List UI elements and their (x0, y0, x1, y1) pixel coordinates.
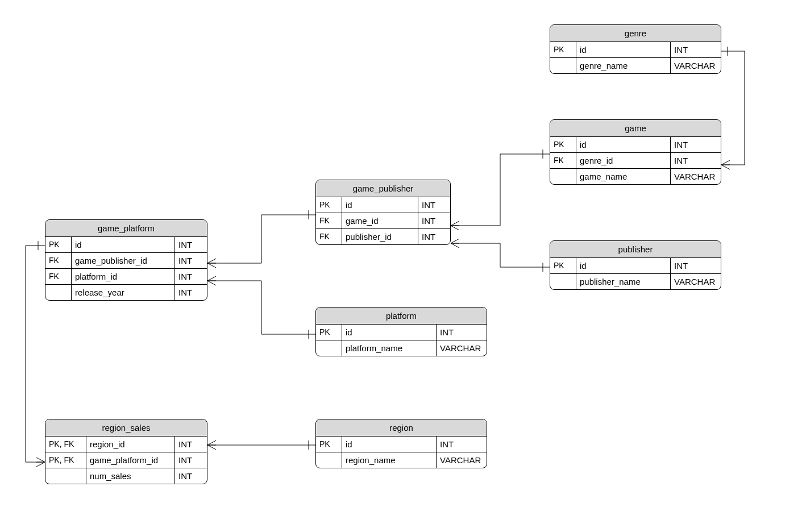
col-type: INT (671, 258, 721, 273)
table-row: PK, FK region_id INT (45, 437, 207, 452)
col-type: INT (418, 229, 450, 244)
entity-game: game PK id INT FK genre_id INT game_name… (550, 119, 721, 185)
col-type: INT (175, 269, 207, 284)
col-type: VARCHAR (437, 452, 487, 468)
col-type: VARCHAR (671, 58, 721, 73)
entity-title: game_publisher (316, 180, 450, 197)
col-type: VARCHAR (671, 169, 721, 184)
entity-genre: genre PK id INT genre_name VARCHAR (550, 24, 721, 74)
rel-regionsales-region (207, 440, 315, 450)
col-type: INT (437, 325, 487, 340)
col-name: genre_name (576, 58, 671, 73)
col-key: FK (45, 269, 72, 284)
col-key (550, 169, 576, 184)
entity-region: region PK id INT region_name VARCHAR (315, 419, 487, 468)
col-key: FK (550, 153, 576, 168)
col-name: id (342, 437, 437, 452)
col-type: INT (437, 437, 487, 452)
col-key: PK (550, 258, 576, 273)
col-type: VARCHAR (437, 340, 487, 356)
table-row: FK genre_id INT (550, 152, 721, 168)
rel-game-genre (721, 47, 745, 169)
entity-title: game_platform (45, 220, 207, 237)
table-row: PK id INT (316, 325, 487, 340)
entity-title: genre (550, 25, 721, 42)
col-name: publisher_name (576, 274, 671, 289)
col-key: PK (550, 137, 576, 152)
col-key (45, 468, 86, 484)
table-row: FK publisher_id INT (316, 228, 450, 244)
col-name: game_name (576, 169, 671, 184)
col-key: PK (550, 42, 576, 57)
col-key (550, 274, 576, 289)
col-type: INT (175, 253, 207, 268)
col-type: INT (175, 437, 207, 452)
col-name: game_platform_id (86, 452, 175, 468)
col-type: INT (418, 197, 450, 213)
col-type: INT (175, 285, 207, 300)
table-row: publisher_name VARCHAR (550, 273, 721, 289)
rel-regionsales-gameplatform (26, 241, 45, 467)
col-type: INT (418, 213, 450, 228)
table-row: num_sales INT (45, 468, 207, 484)
col-name: game_publisher_id (72, 253, 175, 268)
col-type: VARCHAR (671, 274, 721, 289)
col-name: id (576, 137, 671, 152)
col-type: INT (671, 153, 721, 168)
col-key: FK (316, 229, 342, 244)
entity-title: region_sales (45, 419, 207, 437)
table-row: genre_name VARCHAR (550, 57, 721, 73)
col-key (45, 285, 72, 300)
table-row: PK id INT (550, 258, 721, 273)
col-name: release_year (72, 285, 175, 300)
table-row: PK id INT (316, 437, 487, 452)
entity-platform: platform PK id INT platform_name VARCHAR (315, 307, 487, 356)
col-key (550, 58, 576, 73)
entity-game-platform: game_platform PK id INT FK game_publishe… (45, 219, 207, 301)
table-row: FK game_publisher_id INT (45, 252, 207, 268)
col-name: num_sales (86, 468, 175, 484)
col-name: id (72, 237, 175, 252)
col-name: id (576, 42, 671, 57)
col-key: PK (316, 197, 342, 213)
col-name: platform_id (72, 269, 175, 284)
col-type: INT (175, 237, 207, 252)
rel-gamepublisher-game (451, 149, 550, 230)
col-name: game_id (342, 213, 418, 228)
table-row: platform_name VARCHAR (316, 340, 487, 356)
col-key (316, 452, 342, 468)
entity-game-publisher: game_publisher PK id INT FK game_id INT … (315, 180, 451, 245)
col-key (316, 340, 342, 356)
table-row: PK id INT (550, 137, 721, 152)
entity-region-sales: region_sales PK, FK region_id INT PK, FK… (45, 419, 207, 484)
col-key: PK, FK (45, 452, 86, 468)
entity-title: region (316, 419, 487, 437)
table-row: release_year INT (45, 284, 207, 300)
col-key: FK (316, 213, 342, 228)
col-name: publisher_id (342, 229, 418, 244)
col-key: PK (316, 437, 342, 452)
col-type: INT (671, 137, 721, 152)
rel-gameplatform-platform (207, 276, 315, 339)
col-type: INT (175, 468, 207, 484)
table-row: PK id INT (316, 197, 450, 213)
table-row: PK, FK game_platform_id INT (45, 452, 207, 468)
col-name: id (342, 197, 418, 213)
entity-publisher: publisher PK id INT publisher_name VARCH… (550, 240, 721, 290)
entity-title: game (550, 120, 721, 137)
col-name: platform_name (342, 340, 437, 356)
rel-gameplatform-gamepublisher (207, 210, 315, 268)
col-name: region_name (342, 452, 437, 468)
col-key: PK, FK (45, 437, 86, 452)
col-type: INT (671, 42, 721, 57)
table-row: PK id INT (45, 237, 207, 252)
entity-title: publisher (550, 241, 721, 258)
entity-title: platform (316, 307, 487, 325)
col-name: id (576, 258, 671, 273)
table-row: FK game_id INT (316, 213, 450, 228)
table-row: region_name VARCHAR (316, 452, 487, 468)
table-row: game_name VARCHAR (550, 168, 721, 184)
col-key: FK (45, 253, 72, 268)
col-key: PK (316, 325, 342, 340)
col-type: INT (175, 452, 207, 468)
